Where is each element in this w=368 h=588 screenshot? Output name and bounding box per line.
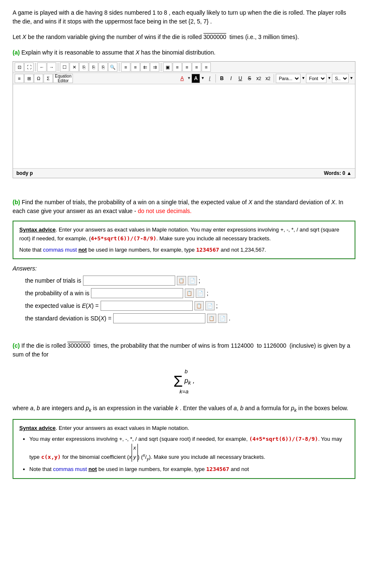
toolbar-btn-superscript[interactable]: x2 — [264, 74, 272, 83]
do-not-decimals: do not use decimals. — [138, 208, 192, 214]
toolbar-btn-equation[interactable]: EquationEditor — [53, 74, 73, 83]
font-select[interactable]: Font — [306, 74, 327, 83]
toolbar-btn-resize[interactable]: ⊡ — [15, 62, 24, 72]
toolbar-btn-list2[interactable]: ≡ — [15, 74, 24, 83]
toolbar-btn-sigma[interactable]: Σ — [44, 74, 53, 83]
toolbar-btn-align-justify[interactable]: ≡ — [202, 62, 211, 72]
part-c-label: (c) — [13, 342, 20, 349]
toolbar-btn-list-ol[interactable]: ≡ — [121, 62, 130, 72]
toolbar-btn-font-color[interactable]: A — [178, 74, 186, 83]
part-b-intro: (b) Find the number of trials, the proba… — [13, 198, 355, 216]
answer-expected-icon2[interactable]: 📄 — [205, 301, 215, 310]
part-a-letter: (a) — [13, 49, 20, 56]
part-b-text: Find the number of trials, the probabili… — [13, 199, 343, 214]
toolbar-btn-table[interactable]: ⊞ — [24, 74, 34, 83]
style-select[interactable]: S... — [332, 74, 349, 83]
not-text: not — [78, 247, 87, 253]
toolbar-btn-block[interactable]: ▣ — [163, 62, 172, 72]
syntax-line-2: Note that commas must not be used in lar… — [19, 246, 349, 255]
toolbar-btn-omega[interactable]: Ω — [34, 74, 43, 83]
syntax-c-binom-text: (x/y) — [141, 454, 150, 460]
toolbar-row-2: ≡ ⊞ Ω Σ EquationEditor A ▼ A ▼ I B I U S… — [13, 73, 355, 84]
toolbar-btn-bg-color[interactable]: A — [192, 74, 200, 83]
toolbar-group-1: ⊡ ⛶ — [15, 62, 34, 72]
answer-expected-label: the expected value is E(X) = — [25, 302, 99, 310]
toolbar-btn-strikethrough[interactable]: S — [245, 74, 254, 83]
sum-body: pk , — [184, 376, 194, 387]
sum-formula: b Σ pk , k=a — [13, 367, 355, 395]
syntax-c-cxy: c(x,y) — [41, 454, 61, 460]
let-x-text: Let X be the random variable giving the … — [13, 33, 355, 42]
font-select-arrow: ▼ — [327, 75, 331, 81]
toolbar-btn-paste-text[interactable]: ⎘ — [98, 62, 108, 72]
answer-prob-icon1[interactable]: 📋 — [185, 289, 194, 298]
toolbar-btn-indent-more[interactable]: ⇉ — [150, 62, 159, 72]
answer-prob: the probability of a win is 📋 📄 ; — [25, 288, 355, 298]
toolbar-sep-6 — [274, 74, 274, 83]
toolbar-btn-delete[interactable]: ✕ — [70, 62, 79, 72]
toolbar-btn-indent-less[interactable]: ⇇ — [140, 62, 150, 72]
answer-expected: the expected value is E(X) = 📋 📄 ; — [25, 301, 355, 311]
answer-trials: the number of trials is 📋 📄 ; — [25, 276, 355, 286]
toolbar-sep-4 — [161, 63, 161, 71]
syntax-c-list: You may enter expressions involving +, -… — [19, 435, 349, 474]
toolbar-btn-italic-i[interactable]: I — [205, 74, 214, 83]
toolbar-btn-list-ul[interactable]: ≡ — [131, 62, 140, 72]
toolbar-row-1: ⊡ ⛶ ← → ☐ ✕ ⎘ ⎘ ⎘ 🔍 ≡ ≡ ⇇ ⇉ — [13, 62, 355, 73]
answer-trials-input[interactable] — [83, 276, 175, 286]
toolbar-btn-paste[interactable]: ⎘ — [89, 62, 98, 72]
toolbar-btn-cut[interactable]: ☐ — [60, 62, 69, 72]
toolbar-btn-search[interactable]: 🔍 — [108, 62, 117, 72]
toolbar-btn-font-color-arrow[interactable]: ▼ — [187, 75, 191, 81]
sum-symbol: Σ — [174, 374, 183, 389]
toolbar-group-list: ≡ ≡ ⇇ ⇉ — [121, 62, 159, 72]
part-b-label: (b) — [13, 199, 20, 206]
page-content: A game is played with a die having 8 sid… — [13, 8, 355, 479]
commas-link: commas must — [43, 247, 77, 253]
syntax-box-c: Syntax advice. Enter your answers as exa… — [13, 419, 355, 479]
toolbar-btn-redo[interactable]: → — [47, 62, 56, 72]
editor-content-area[interactable] — [13, 84, 355, 168]
toolbar-btn-align-right[interactable]: ≡ — [192, 62, 201, 72]
answer-trials-icon1[interactable]: 📋 — [177, 276, 186, 285]
toolbar-btn-align-left[interactable]: ≡ — [173, 62, 182, 72]
toolbar-btn-undo[interactable]: ← — [37, 62, 47, 72]
style-select-arrow: ▼ — [350, 75, 353, 81]
example-number: 1234567 — [196, 247, 219, 253]
answer-sd-label: the standard deviation is SD(X) = — [25, 314, 111, 323]
syntax-c-item-2: Note that commas must not be used in lar… — [29, 465, 349, 474]
answer-prob-label: the probability of a win is — [25, 289, 89, 298]
answer-expected-icon1[interactable]: 📋 — [194, 301, 204, 310]
answer-sd-input[interactable] — [113, 313, 205, 323]
toolbar-btn-fullscreen[interactable]: ⛶ — [24, 62, 34, 72]
syntax-box-b: Syntax advice. Enter your answers as exa… — [13, 221, 355, 259]
answer-prob-input[interactable] — [91, 288, 183, 298]
statusbar-right: Words: 0 ▲ — [324, 169, 352, 177]
answers-label: Answers: — [13, 264, 355, 273]
statusbar-left: body p — [16, 169, 33, 177]
toolbar-btn-underline[interactable]: U — [236, 74, 244, 83]
answer-sd-terminator: . — [229, 314, 231, 323]
part-c-intro: (c) If the die is rolled 3000000 times, … — [13, 341, 355, 359]
paragraph-style-select[interactable]: Para... — [276, 74, 301, 83]
answer-sd-icon2[interactable]: 📄 — [218, 314, 227, 323]
toolbar-sep-1 — [35, 63, 36, 71]
answer-prob-terminator: ; — [207, 289, 208, 298]
toolbar-group-format: ≡ ⊞ Ω Σ EquationEditor — [15, 74, 73, 83]
toolbar-btn-bg-color-arrow[interactable]: ▼ — [201, 75, 205, 81]
toolbar-btn-italic[interactable]: I — [227, 74, 235, 83]
answer-expected-input[interactable] — [101, 301, 193, 311]
toolbar-btn-copy[interactable]: ⎘ — [79, 62, 88, 72]
rich-text-editor[interactable]: ⊡ ⛶ ← → ☐ ✕ ⎘ ⎘ ⎘ 🔍 ≡ ≡ ⇇ ⇉ — [13, 61, 355, 178]
syntax-example-b: 4+5*sqrt(6))/(7-8/9) — [91, 235, 157, 242]
intro-text: A game is played with a die having 8 sid… — [13, 8, 355, 26]
syntax-c-title-line: Syntax advice. Enter your answers as exa… — [19, 424, 349, 433]
answer-trials-label: the number of trials is — [25, 276, 81, 285]
toolbar-btn-align-center[interactable]: ≡ — [182, 62, 192, 72]
toolbar-group-align: ▣ ≡ ≡ ≡ ≡ — [163, 62, 211, 72]
answer-trials-icon2[interactable]: 📄 — [188, 276, 197, 285]
toolbar-btn-bold[interactable]: B — [218, 74, 226, 83]
toolbar-btn-subscript[interactable]: x2 — [254, 74, 263, 83]
answer-sd-icon1[interactable]: 📋 — [207, 314, 216, 323]
answer-prob-icon2[interactable]: 📄 — [196, 289, 205, 298]
